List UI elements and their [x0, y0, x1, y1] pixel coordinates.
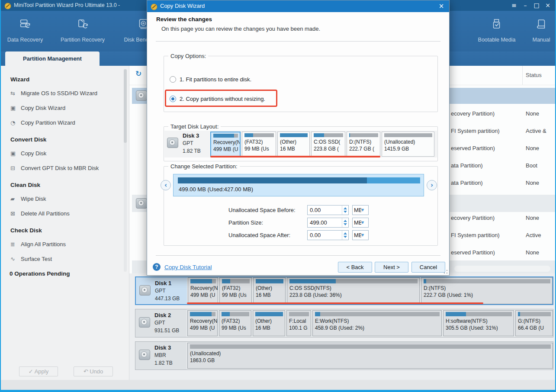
spinner-control[interactable]: [342, 206, 348, 215]
radio-fit-partitions-label[interactable]: 1. Fit partitions to entire disk.: [180, 76, 251, 83]
undo-button[interactable]: ↶ Undo: [74, 366, 113, 376]
toolbar-item-bootable-media[interactable]: Bootable Media: [478, 19, 516, 43]
selected-partition-box[interactable]: 499.00 MB (Used:427.00 MB): [173, 174, 424, 196]
sidebar-scrollbar-thumb[interactable]: [124, 69, 127, 143]
partition-status-cell[interactable]: Active &: [526, 128, 546, 134]
copy-disk-tutorial-link[interactable]: Copy Disk Tutorial: [164, 264, 212, 270]
disk-size: 1.82 TB: [154, 360, 173, 366]
menu-icon[interactable]: ≡: [508, 1, 520, 10]
partition-status-cell[interactable]: None: [526, 145, 539, 151]
partition-block[interactable]: C:OS SSD(NTFS)223.8 GB (Used: 36%): [287, 277, 420, 304]
resize-grip[interactable]: [444, 270, 448, 274]
partition-status-cell[interactable]: Active: [526, 232, 541, 238]
tab-partition-management[interactable]: Partition Management: [5, 51, 100, 66]
close-button[interactable]: ×: [542, 1, 553, 10]
partition-block[interactable]: (Unallocated)1863.0 GB: [187, 343, 553, 369]
target-partition-block[interactable]: C:OS SSD(223.8 GB (: [311, 132, 345, 157]
usage-bar: [244, 133, 274, 137]
partition-type-cell[interactable]: FI System partition): [451, 232, 500, 238]
spinner-control[interactable]: [342, 231, 348, 240]
sidebar-item-align-all-partitions[interactable]: ≣Align All Partitions: [10, 241, 66, 247]
partition-block[interactable]: (FAT32)99 MB (Us: [219, 277, 252, 304]
dialog-close-button[interactable]: ×: [435, 1, 447, 11]
toolbar-item-data-recovery[interactable]: Data Recovery: [7, 19, 43, 43]
sidebar-item-copy-disk-wizard[interactable]: ▣Copy Disk Wizard: [10, 105, 65, 111]
sidebar-item-wipe-disk[interactable]: ▰Wipe Disk: [10, 196, 46, 202]
unit-dropdown[interactable]: MB▼: [352, 230, 369, 240]
partition-block[interactable]: G:(NTFS)66.4 GB (U: [515, 310, 553, 336]
unit-dropdown[interactable]: MB▼: [352, 218, 369, 228]
sidebar-item-copy-disk[interactable]: ▣Copy Disk: [10, 150, 46, 157]
disk2-header[interactable]: Disk 2 GPT 931.51 GB: [135, 309, 186, 337]
sidebar-item-convert-gpt-mbr[interactable]: ⊟Convert GPT Disk to MBR Disk: [10, 165, 99, 171]
partition-prev-arrow[interactable]: ‹: [161, 180, 171, 190]
partition-block[interactable]: E:Work(NTFS)458.9 GB (Used: 2%): [312, 310, 442, 336]
disk-icon: [167, 138, 178, 148]
partition-type-cell[interactable]: ata Partition): [451, 162, 483, 169]
sidebar: Wizard ⇆Migrate OS to SSD/HD Wizard ▣Cop…: [1, 66, 129, 380]
partition-status-cell[interactable]: None: [526, 215, 539, 221]
partition-block[interactable]: D:(NTFS)222.7 GB (Used: 1%): [421, 277, 553, 304]
refresh-icon[interactable]: ↻: [135, 69, 141, 78]
copy-disk-icon: ▣: [10, 150, 21, 157]
partition-block[interactable]: (Other)16 MB: [253, 277, 286, 304]
back-button[interactable]: < Back: [338, 262, 372, 273]
target-partition-block[interactable]: Recovery(N499 MB (U: [210, 132, 241, 157]
unallocated-before-input[interactable]: 0.00: [307, 205, 349, 215]
app-window: MiniTool Partition Wizard Pro Ultimate 1…: [0, 0, 556, 392]
copy-options-legend: Copy Options:: [168, 53, 208, 59]
usage-bar: [424, 279, 550, 283]
target-partition-block[interactable]: (Unallocated)1415.9 GB: [382, 132, 434, 157]
apply-button[interactable]: ✓ Apply: [19, 366, 58, 376]
partition-block[interactable]: (Other)16 MB: [253, 310, 285, 336]
disk-map-row-disk3[interactable]: Disk 3 MBR 1.82 TB (Unallocated)1863.0 G…: [135, 341, 553, 370]
partition-next-arrow[interactable]: ›: [427, 180, 437, 190]
disk-map-row-disk1[interactable]: Disk 1 GPT 447.13 GB Recovery(N499 MB (U…: [135, 276, 553, 305]
disk3-header[interactable]: Disk 3 MBR 1.82 TB: [135, 342, 186, 370]
sidebar-item-copy-partition-wizard[interactable]: ◔Copy Partition Wizard: [10, 119, 75, 126]
toolbar-item-partition-recovery[interactable]: Partition Recovery: [61, 19, 105, 43]
partition-status-cell[interactable]: None: [526, 110, 539, 117]
dialog-title-bar[interactable]: Copy Disk Wizard ×: [147, 0, 449, 12]
toolbar-item-manual[interactable]: Manual: [533, 19, 550, 43]
chevron-down-icon: ▼: [361, 208, 364, 212]
minimize-button[interactable]: –: [520, 1, 531, 10]
status-column-header[interactable]: Status: [526, 72, 542, 78]
maximize-button[interactable]: □: [531, 1, 542, 10]
partition-block[interactable]: Recovery(N499 MB (U: [188, 277, 218, 304]
sidebar-item-migrate-os[interactable]: ⇆Migrate OS to SSD/HD Wizard: [10, 90, 97, 96]
partition-block[interactable]: F:Local100.1 G: [286, 310, 311, 336]
partition-block[interactable]: H:software(NTFS)305.5 GB (Used: 31%): [443, 310, 514, 336]
target-partition-block[interactable]: (Other)16 MB: [277, 132, 310, 157]
spinner-control[interactable]: [342, 218, 348, 227]
partition-size-input[interactable]: 499.00: [307, 218, 349, 228]
partition-block[interactable]: (FAT32)99 MB (Us: [219, 310, 251, 336]
disk1-header[interactable]: Disk 1 GPT 447.13 GB: [136, 277, 187, 304]
partition-status-cell[interactable]: None: [526, 249, 539, 256]
sidebar-item-delete-all-partitions[interactable]: ⊠Delete All Partitions: [10, 210, 70, 217]
toolbar-item-label: Manual: [533, 37, 550, 43]
sidebar-item-surface-test[interactable]: ∿Surface Test: [10, 256, 52, 262]
horizontal-scrollbar[interactable]: [454, 266, 550, 272]
help-icon[interactable]: ?: [153, 263, 161, 271]
next-button[interactable]: Next >: [375, 262, 408, 273]
chevron-down-icon: ▼: [361, 221, 364, 225]
partition-type-cell[interactable]: ecovery Partition): [451, 215, 495, 221]
partition-status-cell[interactable]: None: [526, 180, 539, 186]
cancel-button[interactable]: Cancel: [411, 262, 445, 273]
partition-block[interactable]: Recovery(N499 MB (U: [187, 310, 218, 336]
partition-type-cell[interactable]: eserved Partition): [451, 145, 495, 151]
disk-map-row-disk2[interactable]: Disk 2 GPT 931.51 GB Recovery(N499 MB (U…: [135, 309, 553, 337]
unallocated-after-input[interactable]: 0.00: [307, 230, 349, 240]
dialog-heading: Review the changes: [156, 16, 212, 22]
unit-dropdown[interactable]: MB▼: [352, 205, 369, 215]
partition-type-cell[interactable]: ecovery Partition): [451, 110, 495, 117]
target-partition-block[interactable]: D:(NTFS)222.7 GB (: [347, 132, 380, 157]
app-logo-icon: [4, 2, 11, 10]
partition-status-cell[interactable]: Boot: [526, 162, 537, 169]
radio-fit-partitions[interactable]: [170, 76, 176, 83]
partition-type-cell[interactable]: FI System partition): [451, 128, 500, 134]
partition-type-cell[interactable]: eserved Partition): [451, 249, 495, 256]
target-partition-block[interactable]: (FAT32)99 MB (Us: [242, 132, 276, 157]
partition-type-cell[interactable]: ata Partition): [451, 180, 483, 186]
